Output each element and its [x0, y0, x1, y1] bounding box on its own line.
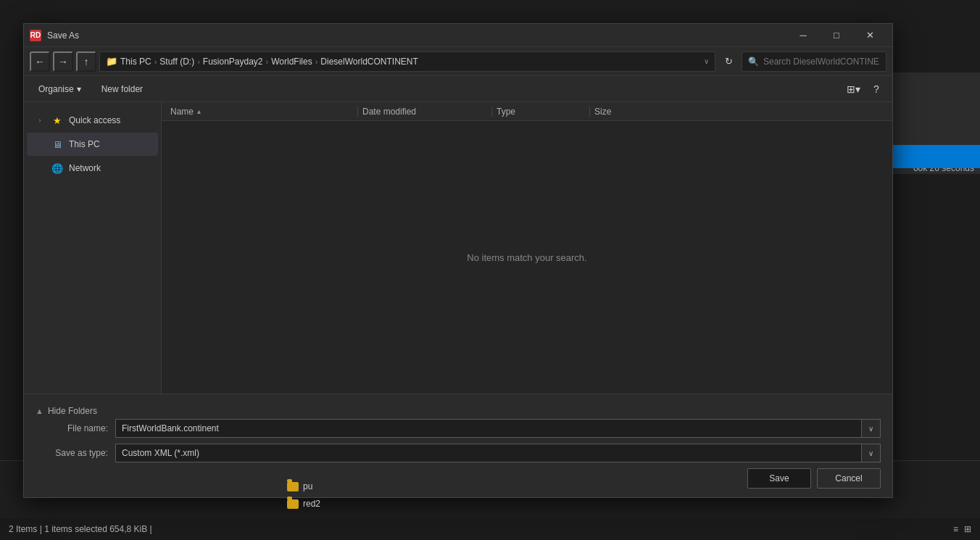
view-arrow: ▾: [855, 83, 860, 95]
app-icon: RD: [30, 30, 41, 41]
content-area: › ★ Quick access 🖥 This PC 🌐 Network Nam…: [24, 102, 892, 394]
breadcrumb-fusionpayday2[interactable]: FusionPayday2: [203, 57, 263, 67]
list-view-icon[interactable]: ≡: [953, 524, 958, 534]
bg-folder-list: pu red2: [283, 479, 325, 511]
save-as-type-input[interactable]: [122, 448, 855, 458]
close-button[interactable]: ✕: [853, 24, 886, 47]
column-header-date[interactable]: Date modified: [360, 102, 490, 120]
minimize-button[interactable]: ─: [786, 24, 820, 47]
star-icon: ★: [51, 115, 63, 126]
pc-icon: 🖥: [51, 138, 63, 150]
file-name-input-container[interactable]: [115, 419, 862, 438]
cancel-button[interactable]: Cancel: [817, 468, 881, 489]
grid-view-icon[interactable]: ⊞: [964, 524, 971, 534]
organise-arrow: ▾: [77, 84, 81, 94]
col-name-label: Name: [170, 107, 194, 117]
search-input[interactable]: [763, 57, 880, 67]
dialog-title: Save As: [47, 30, 786, 41]
file-name-row: File name: ∨: [36, 419, 881, 438]
empty-message: No items match your search.: [467, 252, 586, 263]
col-type-label: Type: [497, 107, 515, 117]
col-date-label: Date modified: [362, 107, 416, 117]
organise-button[interactable]: Organise ▾: [30, 79, 90, 99]
folder-icon: 📁: [106, 56, 117, 67]
network-icon: 🌐: [51, 162, 63, 174]
up-button[interactable]: ↑: [76, 51, 96, 72]
bg-status-right: ≡ ⊞: [953, 524, 971, 534]
hide-folders-label[interactable]: Hide Folders: [48, 406, 97, 416]
organise-label: Organise: [38, 84, 74, 94]
quick-access-label: Quick access: [69, 115, 120, 125]
column-header-name[interactable]: Name ▲: [167, 102, 356, 120]
titlebar-controls: ─ □ ✕: [786, 24, 886, 47]
breadcrumb-stuff[interactable]: Stuff (D:): [159, 57, 194, 67]
file-name-label: File name:: [36, 423, 108, 433]
bg-folder-item-red2: red2: [283, 497, 325, 511]
action-buttons: Save Cancel: [36, 468, 881, 489]
breadcrumb-this-pc[interactable]: This PC: [120, 57, 151, 67]
address-bar[interactable]: 📁 This PC › Stuff (D:) › FusionPayday2 ›…: [99, 51, 715, 72]
save-as-type-dropdown-arrow[interactable]: ∨: [862, 444, 881, 462]
save-as-type-input-container[interactable]: [115, 444, 862, 462]
column-headers: Name ▲ Date modified Type Size: [162, 102, 892, 121]
forward-button[interactable]: →: [53, 51, 73, 72]
titlebar: RD Save As ─ □ ✕: [24, 24, 892, 47]
back-button[interactable]: ←: [30, 51, 50, 72]
help-icon: ?: [873, 83, 879, 95]
search-icon: 🔍: [748, 57, 759, 67]
address-dropdown-arrow[interactable]: ∨: [704, 57, 709, 65]
col-divider-2: [491, 107, 492, 117]
search-box[interactable]: 🔍: [742, 51, 886, 72]
bg-status-bar: 2 Items | 1 items selected 654,8 KiB | ≡…: [0, 518, 980, 540]
navigation-bar: ← → ↑ 📁 This PC › Stuff (D:) › FusionPay…: [24, 47, 892, 76]
folder-icon-pu: [287, 482, 299, 491]
file-list: Name ▲ Date modified Type Size No items: [162, 102, 892, 394]
bg-folder-items: [217, 507, 229, 518]
view-icon: ⊞: [847, 83, 855, 95]
file-name-dropdown-arrow[interactable]: ∨: [862, 419, 881, 438]
bottom-panel: ▲ Hide Folders File name: ∨ Save as type…: [24, 394, 892, 497]
folder-name-pu: pu: [303, 481, 312, 491]
toolbar: Organise ▾ New folder ⊞ ▾ ?: [24, 76, 892, 102]
bg-status-text: 2 Items | 1 items selected 654,8 KiB |: [9, 524, 152, 534]
this-pc-label: This PC: [69, 139, 100, 149]
column-header-size[interactable]: Size: [591, 102, 664, 120]
sidebar-item-network[interactable]: 🌐 Network: [27, 157, 158, 180]
sidebar-item-quick-access[interactable]: › ★ Quick access: [27, 109, 158, 132]
help-button[interactable]: ?: [866, 79, 886, 99]
breadcrumb-worldfiles[interactable]: WorldFiles: [271, 57, 312, 67]
maximize-button[interactable]: □: [820, 24, 853, 47]
sort-arrow: ▲: [196, 108, 202, 115]
col-divider-1: [357, 107, 358, 117]
sidebar-item-this-pc[interactable]: 🖥 This PC: [27, 133, 158, 156]
breadcrumb-dieselworld[interactable]: DieselWorldCONTINENT: [320, 57, 418, 67]
new-folder-label: New folder: [101, 84, 143, 94]
network-label: Network: [69, 163, 101, 173]
sidebar: › ★ Quick access 🖥 This PC 🌐 Network: [24, 102, 162, 394]
view-button[interactable]: ⊞ ▾: [843, 79, 863, 99]
save-as-type-label: Save as type:: [36, 448, 108, 458]
expand-icon-network: [36, 164, 44, 173]
expand-icon: ›: [36, 116, 44, 125]
expand-icon-pc: [36, 140, 44, 149]
new-folder-button[interactable]: New folder: [93, 79, 151, 99]
bg-folder-item-pu: pu: [283, 479, 325, 494]
refresh-button[interactable]: ↻: [718, 51, 739, 72]
file-name-input[interactable]: [122, 423, 855, 433]
folder-name-red2: red2: [303, 499, 320, 509]
file-list-empty-state: No items match your search.: [162, 121, 892, 394]
col-size-label: Size: [594, 107, 611, 117]
save-as-dialog: RD Save As ─ □ ✕ ← → ↑ 📁 This PC › Stuff…: [23, 23, 893, 498]
blue-bar: [886, 145, 980, 168]
hide-folders-row: ▲ Hide Folders: [36, 403, 881, 419]
save-as-type-row: Save as type: ∨: [36, 444, 881, 462]
folder-icon-red2: [287, 499, 299, 509]
hide-folders-icon: ▲: [36, 407, 43, 415]
save-button[interactable]: Save: [747, 468, 811, 489]
column-header-type[interactable]: Type: [494, 102, 588, 120]
col-divider-3: [589, 107, 590, 117]
